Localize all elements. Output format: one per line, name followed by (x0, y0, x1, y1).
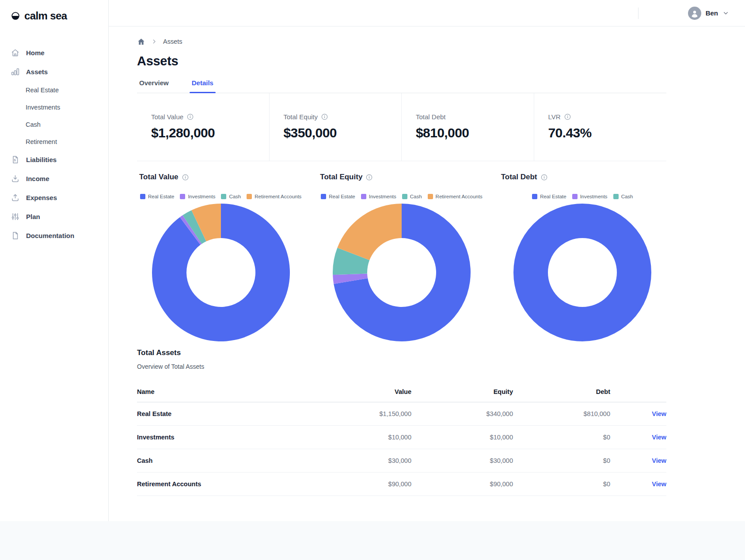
view-link[interactable]: View (652, 434, 666, 441)
chart-block-total-equity: Total EquityReal EstateInvestmentsCashRe… (318, 173, 485, 341)
legend-swatch (402, 194, 407, 199)
sidebar-item-income[interactable]: Income (11, 169, 108, 188)
sidebar-item-documentation[interactable]: Documentation (11, 226, 108, 245)
tab-overview[interactable]: Overview (137, 79, 171, 93)
info-icon[interactable] (187, 114, 194, 120)
assets-table: Name Value Equity Debt Real Estate$1,150… (137, 382, 666, 496)
legend-swatch (321, 194, 326, 199)
info-icon[interactable] (182, 174, 189, 181)
table-row-cash: Cash$30,000$30,000$0View (137, 449, 666, 473)
legend-item-retirement-accounts[interactable]: Retirement Accounts (428, 194, 483, 199)
expenses-icon (11, 193, 20, 202)
app: calm sea Home Assets Real Estate Investm… (0, 0, 745, 521)
donut-chart (513, 204, 651, 341)
sidebar: calm sea Home Assets Real Estate Investm… (0, 0, 109, 521)
donut-chart (333, 204, 471, 341)
table-header-row: Name Value Equity Debt (137, 382, 666, 402)
legend-item-cash[interactable]: Cash (402, 194, 422, 199)
breadcrumb: Assets (137, 37, 666, 46)
row-equity: $10,000 (411, 434, 513, 441)
stat-label: Total Debt (416, 113, 534, 121)
stats-row: Total Value$1,280,000Total Equity$350,00… (137, 93, 666, 161)
table-row-investments: Investments$10,000$10,000$0View (137, 426, 666, 449)
column-header-name: Name (137, 388, 310, 395)
sidebar-item-retirement[interactable]: Retirement (26, 133, 108, 150)
donut-wrap (137, 204, 304, 341)
legend-swatch (572, 194, 578, 199)
chart-block-total-value: Total ValueReal EstateInvestmentsCashRet… (137, 173, 304, 341)
liabilities-icon: $ (11, 155, 20, 164)
row-equity: $30,000 (411, 457, 513, 464)
legend-item-real-estate[interactable]: Real Estate (321, 194, 355, 199)
info-icon[interactable] (321, 114, 328, 120)
home-icon (11, 48, 20, 57)
info-icon[interactable] (564, 114, 571, 120)
stat-value: $350,000 (284, 125, 402, 140)
row-action: View (610, 457, 666, 464)
stat-value: $1,280,000 (151, 125, 269, 140)
row-debt: $0 (513, 457, 610, 464)
view-link[interactable]: View (652, 481, 666, 488)
sidebar-item-label: Liabilities (26, 156, 57, 163)
row-equity: $90,000 (411, 481, 513, 488)
sidebar-nav: Home Assets Real Estate Investments Cash… (11, 43, 108, 245)
info-icon[interactable] (541, 174, 547, 181)
breadcrumb-home-icon[interactable] (137, 38, 145, 46)
legend-swatch (532, 194, 537, 199)
row-debt: $810,000 (513, 410, 610, 417)
view-link[interactable]: View (652, 410, 666, 417)
stat-value: $810,000 (416, 125, 534, 140)
donut-wrap (499, 204, 666, 341)
sidebar-item-label: Expenses (26, 194, 57, 201)
sidebar-item-label: Income (26, 175, 49, 182)
column-header-debt: Debt (513, 388, 610, 395)
donut-slice[interactable] (531, 221, 634, 324)
sidebar-item-assets[interactable]: Assets (11, 62, 108, 81)
legend-item-investments[interactable]: Investments (572, 194, 608, 199)
legend-item-retirement-accounts[interactable]: Retirement Accounts (247, 194, 301, 199)
legend-item-cash[interactable]: Cash (613, 194, 633, 199)
user-menu[interactable]: Ben (688, 7, 729, 20)
legend-item-cash[interactable]: Cash (221, 194, 241, 199)
sidebar-item-home[interactable]: Home (11, 43, 108, 62)
legend-swatch (428, 194, 433, 199)
sidebar-item-investments[interactable]: Investments (26, 98, 108, 116)
table-body: Real Estate$1,150,000$340,000$810,000Vie… (137, 402, 666, 496)
brand-name: calm sea (24, 10, 67, 22)
brand-logo[interactable]: calm sea (11, 10, 108, 22)
sidebar-item-cash[interactable]: Cash (26, 116, 108, 133)
stat-lvr: LVR70.43% (534, 93, 667, 161)
sidebar-item-plan[interactable]: Plan (11, 207, 108, 226)
table-row-retirement-accounts: Retirement Accounts$90,000$90,000$0View (137, 473, 666, 496)
calm-sea-logo-icon (11, 11, 20, 21)
donut-chart (152, 204, 290, 341)
topbar: Ben (109, 0, 745, 26)
legend-item-investments[interactable]: Investments (361, 194, 396, 199)
legend-swatch (613, 194, 619, 199)
sidebar-item-label: Assets (26, 68, 48, 76)
row-debt: $0 (513, 481, 610, 488)
charts-row: Total ValueReal EstateInvestmentsCashRet… (137, 173, 666, 341)
view-link[interactable]: View (652, 457, 666, 464)
legend-swatch (140, 194, 145, 199)
legend-item-investments[interactable]: Investments (180, 194, 215, 199)
column-header-equity: Equity (411, 388, 513, 395)
stat-label: LVR (548, 113, 667, 121)
user-name: Ben (706, 9, 718, 17)
sidebar-item-expenses[interactable]: Expenses (11, 188, 108, 207)
legend-item-real-estate[interactable]: Real Estate (532, 194, 566, 199)
row-debt: $0 (513, 434, 610, 441)
sidebar-item-label: Home (26, 49, 45, 57)
content: Assets Assets Overview Details Total Val… (109, 26, 745, 496)
tab-details[interactable]: Details (190, 79, 216, 93)
sidebar-item-liabilities[interactable]: $ Liabilities (11, 150, 108, 169)
legend-swatch (221, 194, 226, 199)
assets-chart-icon (11, 67, 20, 76)
info-icon[interactable] (366, 174, 372, 181)
breadcrumb-current: Assets (163, 38, 182, 45)
legend-item-real-estate[interactable]: Real Estate (140, 194, 174, 199)
sidebar-item-label: Documentation (26, 232, 74, 239)
row-name: Investments (137, 434, 310, 441)
legend-swatch (361, 194, 366, 199)
sidebar-item-real-estate[interactable]: Real Estate (26, 81, 108, 98)
